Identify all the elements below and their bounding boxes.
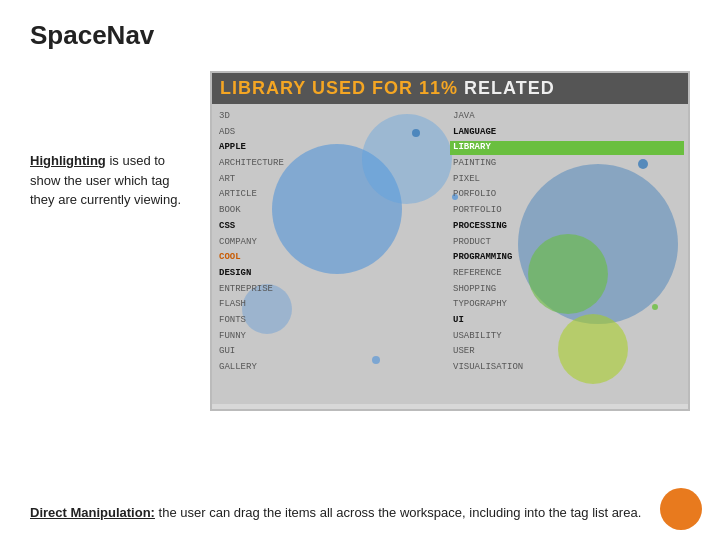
bottom-text-label: Direct Manipulation: (30, 505, 155, 520)
tag-fonts[interactable]: FONTS (216, 314, 450, 328)
tag-shopping[interactable]: SHOPPING (450, 283, 684, 297)
tag-visualisation[interactable]: VISUALISATION (450, 361, 684, 375)
tag-col-left: 3D ADS APPLE ARCHITECTURE ART ARTICLE BO… (216, 110, 450, 398)
tag-reference[interactable]: REFERENCE (450, 267, 684, 281)
tag-pixel[interactable]: PIXEL (450, 173, 684, 187)
tag-css[interactable]: CSS (216, 220, 450, 234)
tag-portfolio[interactable]: PORTFOLIO (450, 204, 684, 218)
tag-programming[interactable]: PROGRAMMING (450, 251, 684, 265)
tag-user[interactable]: USER (450, 345, 684, 359)
tag-library[interactable]: LIBRARY (450, 141, 684, 155)
viz-header-related: RELATED (464, 78, 555, 99)
tag-painting[interactable]: PAINTING (450, 157, 684, 171)
tag-entreprise[interactable]: ENTREPRISE (216, 283, 450, 297)
tag-cool[interactable]: COOL (216, 251, 450, 265)
tag-apple[interactable]: APPLE (216, 141, 450, 155)
tag-ui[interactable]: UI (450, 314, 684, 328)
bottom-text-rest: the user can drag the items all across t… (155, 505, 641, 520)
tag-gallery[interactable]: GALLERY (216, 361, 450, 375)
tag-product[interactable]: PRODUCT (450, 236, 684, 250)
viz-header: LIBRARY USED FOR 11% RELATED (212, 73, 688, 104)
tag-gui[interactable]: GUI (216, 345, 450, 359)
tag-ads[interactable]: ADS (216, 126, 450, 140)
tag-col-right: JAVA LANGUAGE LIBRARY PAINTING PIXEL POR… (450, 110, 684, 398)
bottom-text: Direct Manipulation: the user can drag t… (30, 503, 690, 523)
tag-book[interactable]: BOOK (216, 204, 450, 218)
tag-typography[interactable]: TYPOGRAPHY (450, 298, 684, 312)
tag-porfolio[interactable]: PORFOLIO (450, 188, 684, 202)
page-container: SpaceNav Highlighting is used to show th… (0, 0, 720, 540)
visualization-box: LIBRARY USED FOR 11% RELATED (210, 71, 690, 411)
tag-flash[interactable]: FLASH (216, 298, 450, 312)
tag-language[interactable]: LANGUAGE (450, 126, 684, 140)
tag-processing[interactable]: PROCESSING (450, 220, 684, 234)
tag-java[interactable]: JAVA (450, 110, 684, 124)
left-description: Highlighting is used to show the user wh… (30, 71, 190, 210)
tag-design[interactable]: DESIGN (216, 267, 450, 281)
tag-funny[interactable]: FUNNY (216, 330, 450, 344)
tag-architecture[interactable]: ARCHITECTURE (216, 157, 450, 171)
content-area: Highlighting is used to show the user wh… (30, 71, 690, 411)
highlight-word: Highlighting (30, 153, 106, 168)
decorative-orange-circle (660, 488, 702, 530)
page-title: SpaceNav (30, 20, 690, 51)
tag-article[interactable]: ARTICLE (216, 188, 450, 202)
tag-company[interactable]: COMPANY (216, 236, 450, 250)
tag-art[interactable]: ART (216, 173, 450, 187)
tag-columns: 3D ADS APPLE ARCHITECTURE ART ARTICLE BO… (212, 104, 688, 404)
tag-usability[interactable]: USABILITY (450, 330, 684, 344)
tag-3d[interactable]: 3D (216, 110, 450, 124)
tag-area[interactable]: 3D ADS APPLE ARCHITECTURE ART ARTICLE BO… (212, 104, 688, 404)
viz-header-title: LIBRARY USED FOR 11% (220, 78, 458, 99)
